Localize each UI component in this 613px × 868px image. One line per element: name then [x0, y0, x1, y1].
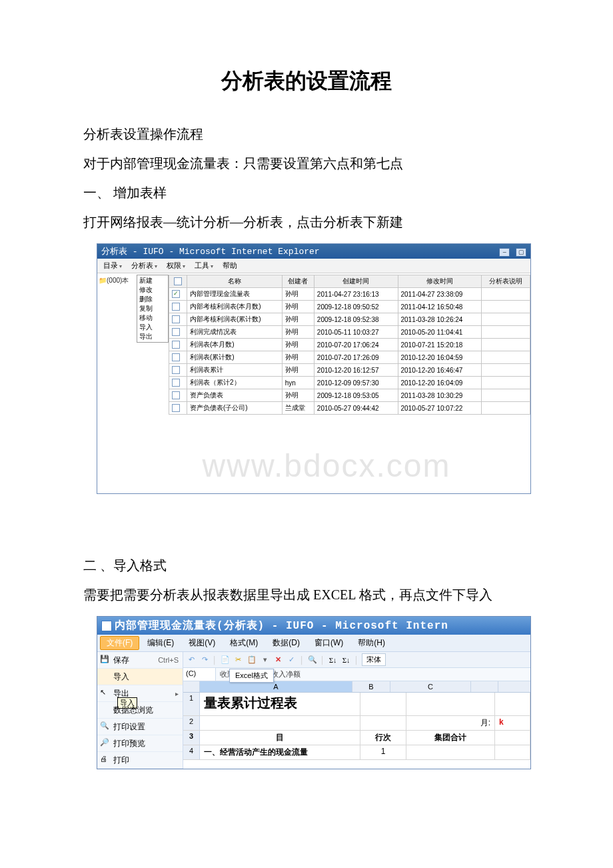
table-row[interactable]: 利润完成情况表孙明2010-05-11 10:03:272010-05-20 1…: [169, 326, 530, 339]
col-modified[interactable]: 修改时间: [398, 275, 482, 288]
cell-name: 利润完成情况表: [187, 326, 283, 339]
table-row[interactable]: 利润表（累计2）hyn2010-12-09 09:57:302010-12-20…: [169, 377, 530, 389]
menu-permission[interactable]: 权限: [163, 260, 189, 271]
find-icon[interactable]: 🔍: [307, 655, 318, 665]
dropdown-item-copy[interactable]: 复制: [139, 304, 166, 313]
delete-icon[interactable]: ✕: [273, 655, 284, 665]
folder-tree[interactable]: 📁(000)本: [97, 273, 137, 288]
row-number[interactable]: 3: [183, 731, 200, 745]
col-desc[interactable]: 分析表说明: [482, 275, 530, 288]
file-menu-import[interactable]: 导入 Excel格式: [97, 669, 183, 685]
cell-ctime: 2011-04-27 23:16:13: [314, 288, 398, 301]
print-setup-icon: 🔍: [100, 721, 109, 731]
menu-edit[interactable]: 编辑(E): [141, 636, 181, 650]
sum-desc-icon[interactable]: Σ↓: [341, 655, 352, 665]
row-checkbox[interactable]: [172, 366, 180, 374]
dropdown-item-move[interactable]: 移动: [139, 313, 166, 323]
checkbox-all[interactable]: [174, 277, 182, 285]
dropdown-item-export[interactable]: 导出: [139, 332, 166, 341]
doc-title: 分析表的设置流程: [57, 67, 556, 96]
row-checkbox[interactable]: [172, 391, 180, 399]
table-row[interactable]: 利润表(累计数)孙明2010-07-20 17:26:092010-12-20 …: [169, 351, 530, 364]
cell-ctime: 2009-12-18 09:53:05: [314, 389, 398, 402]
analysis-table-dropdown: 新建 修改 删除 复制 移动 导入 导出: [137, 275, 169, 343]
cell-desc: [482, 364, 530, 377]
menu-analysis-table[interactable]: 分析表: [128, 260, 161, 271]
table-row[interactable]: 内部考核利润表(累计数)孙明2009-12-18 09:52:382011-03…: [169, 313, 530, 326]
paste-icon[interactable]: 📋: [247, 655, 257, 665]
table-row[interactable]: 利润表累计孙明2010-12-20 16:12:572010-12-20 16:…: [169, 364, 530, 377]
file-menu-print-setup[interactable]: 🔍 打印设置: [97, 719, 183, 735]
dropdown-icon[interactable]: ▾: [260, 655, 271, 665]
row-checkbox[interactable]: [172, 303, 180, 311]
cell-desc: [482, 377, 530, 389]
cell-name: 内部考核利润表(本月数): [187, 301, 283, 313]
row-checkbox[interactable]: [172, 341, 180, 349]
copy-icon[interactable]: 📄: [220, 655, 231, 665]
cell-creator: 孙明: [282, 301, 314, 313]
col-creator[interactable]: 创建者: [282, 275, 314, 288]
spreadsheet-grid[interactable]: 1 量表累计过程表 2 月:: [183, 693, 530, 760]
col-created[interactable]: 创建时间: [314, 275, 398, 288]
format-painter-icon[interactable]: ✓: [287, 655, 297, 665]
table-row[interactable]: 资产负债表孙明2009-12-18 09:53:052011-03-28 10:…: [169, 389, 530, 402]
file-menu-data-state[interactable]: 数据态浏览: [97, 702, 183, 719]
cell-desc: [482, 313, 530, 326]
paragraph-4: 打开网络报表—统计分析—分析表，点击分析表下新建: [57, 207, 556, 237]
import-excel-option[interactable]: Excel格式: [235, 671, 268, 681]
menu-directory[interactable]: 目录: [100, 260, 125, 271]
cut-icon[interactable]: ✂: [233, 655, 244, 665]
font-name-select[interactable]: 宋体: [362, 653, 386, 666]
file-menu-save[interactable]: 💾 保存 Ctrl+S: [97, 652, 183, 669]
header-group-total: 集团合计: [406, 731, 495, 745]
month-label: 月:: [480, 718, 490, 727]
row-checkbox[interactable]: [172, 404, 180, 412]
file-menu-import-label: 导入: [113, 671, 129, 683]
import-submenu: Excel格式: [229, 669, 274, 683]
cell-reference[interactable]: (C): [183, 668, 216, 681]
table-row[interactable]: 内部考核利润表(本月数)孙明2009-12-18 09:50:522011-04…: [169, 301, 530, 313]
menu-tools[interactable]: 工具: [191, 260, 217, 271]
dropdown-item-new[interactable]: 新建: [139, 276, 166, 285]
cell-desc: [482, 351, 530, 364]
menu-file[interactable]: 文件(F): [100, 636, 139, 650]
menu-help2[interactable]: 帮助(H): [351, 636, 392, 650]
row-checkbox[interactable]: [172, 315, 180, 323]
table-row[interactable]: 利润表(本月数)孙明2010-07-20 17:06:242010-07-21 …: [169, 339, 530, 351]
menu-help[interactable]: 帮助: [219, 260, 241, 271]
col-header-a[interactable]: A: [200, 681, 352, 692]
row-checkbox[interactable]: ✓: [172, 290, 180, 298]
menu-window[interactable]: 窗口(W): [308, 636, 350, 650]
file-menu-export[interactable]: ↖ 导出 ▸ 导入: [97, 685, 183, 702]
file-menu-save-label: 保存: [113, 655, 129, 666]
dropdown-item-delete[interactable]: 删除: [139, 295, 166, 304]
row-number[interactable]: 1: [183, 693, 200, 715]
undo-icon[interactable]: ↶: [186, 655, 197, 665]
table-row[interactable]: 资产负债表(子公司)兰成堂2010-05-27 09:44:422010-05-…: [169, 402, 530, 415]
cell-desc: [482, 402, 530, 415]
col-header-b[interactable]: B: [352, 681, 390, 692]
menu-view[interactable]: 视图(V): [182, 636, 222, 650]
row-checkbox[interactable]: [172, 353, 180, 361]
col-name[interactable]: 名称: [187, 275, 283, 288]
dropdown-item-import[interactable]: 导入: [139, 323, 166, 332]
row-checkbox[interactable]: [172, 379, 180, 387]
table-row[interactable]: ✓内部管理现金流量表孙明2011-04-27 23:16:132011-04-2…: [169, 288, 530, 301]
paragraph-2: 对于内部管理现金流量表：只需要设置第六点和第七点: [57, 149, 556, 178]
redo-icon[interactable]: ↷: [199, 655, 210, 665]
maximize-button[interactable]: ▢: [516, 248, 526, 257]
row-checkbox[interactable]: [172, 328, 180, 336]
dropdown-item-edit[interactable]: 修改: [139, 285, 166, 295]
sum-asc-icon[interactable]: Σ↓: [328, 655, 338, 665]
cell-mtime: 2011-04-27 23:38:09: [398, 288, 482, 301]
window-title-bar: 分析表 - IUFO - Microsoft Internet Explorer…: [97, 244, 530, 259]
row-number[interactable]: 2: [183, 716, 200, 730]
minimize-button[interactable]: –: [499, 248, 510, 257]
col-header-c[interactable]: C: [390, 681, 471, 692]
menu-format[interactable]: 格式(M): [223, 636, 265, 650]
menu-data[interactable]: 数据(D): [266, 636, 306, 650]
row-number[interactable]: 4: [183, 745, 200, 759]
file-menu-print-preview[interactable]: 🔎 打印预览: [97, 735, 183, 752]
cell-creator: 孙明: [282, 339, 314, 351]
file-menu-print[interactable]: 🖨 打印: [97, 752, 183, 769]
